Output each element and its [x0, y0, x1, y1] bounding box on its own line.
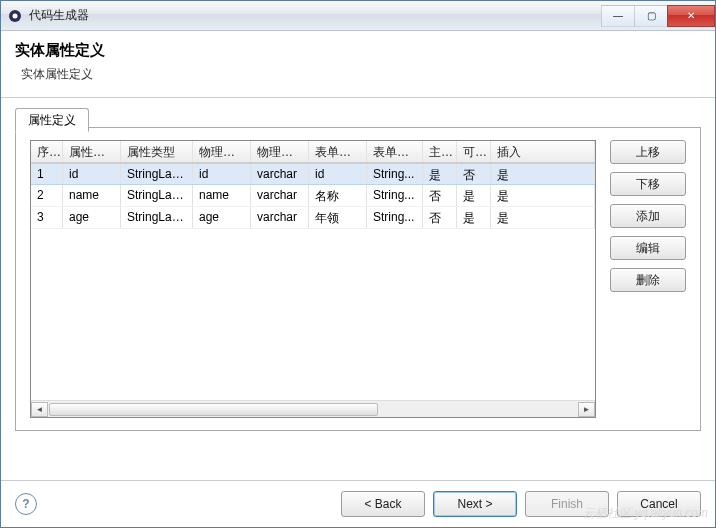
attributes-table[interactable]: 序号 属性名称 属性类型 物理列名 物理类型 表单标签 表单类型 主键 可空 插…: [30, 140, 596, 418]
table-cell: age: [193, 207, 251, 228]
table-row[interactable]: 3ageStringLabelagevarchar年领String...否是是: [31, 207, 595, 229]
table-cell: 是: [491, 164, 595, 184]
move-up-button[interactable]: 上移: [610, 140, 686, 164]
svg-point-1: [13, 13, 18, 18]
table-cell: id: [63, 164, 121, 184]
table-cell: age: [63, 207, 121, 228]
side-button-panel: 上移 下移 添加 编辑 删除: [610, 140, 686, 418]
close-button[interactable]: ✕: [667, 5, 715, 27]
window-title: 代码生成器: [29, 7, 89, 24]
col-attr-name[interactable]: 属性名称: [63, 141, 121, 162]
col-pk[interactable]: 主键: [423, 141, 457, 162]
col-phys-type[interactable]: 物理类型: [251, 141, 309, 162]
col-form-label[interactable]: 表单标签: [309, 141, 367, 162]
edit-button[interactable]: 编辑: [610, 236, 686, 260]
table-cell: 是: [491, 185, 595, 206]
next-button[interactable]: Next >: [433, 491, 517, 517]
table-cell: 1: [31, 164, 63, 184]
table-row[interactable]: 1idStringLabelidvarcharidString...是否是: [31, 163, 595, 185]
wizard-header: 实体属性定义 实体属性定义: [1, 31, 715, 98]
table-header: 序号 属性名称 属性类型 物理列名 物理类型 表单标签 表单类型 主键 可空 插…: [31, 141, 595, 163]
scroll-left-icon[interactable]: ◄: [31, 402, 48, 417]
finish-button: Finish: [525, 491, 609, 517]
maximize-button[interactable]: ▢: [634, 5, 668, 27]
table-cell: 否: [423, 207, 457, 228]
col-attr-type[interactable]: 属性类型: [121, 141, 193, 162]
table-cell: String...: [367, 164, 423, 184]
cancel-button[interactable]: Cancel: [617, 491, 701, 517]
col-phys-col[interactable]: 物理列名: [193, 141, 251, 162]
help-icon[interactable]: ?: [15, 493, 37, 515]
table-cell: 年领: [309, 207, 367, 228]
app-icon: [7, 8, 23, 24]
tab-strip: 属性定义: [15, 108, 701, 128]
col-seq[interactable]: 序号: [31, 141, 63, 162]
table-cell: name: [63, 185, 121, 206]
table-cell: String...: [367, 207, 423, 228]
page-title: 实体属性定义: [15, 41, 701, 60]
table-cell: 名称: [309, 185, 367, 206]
window-controls: — ▢ ✕: [602, 5, 715, 27]
table-cell: 是: [423, 164, 457, 184]
back-button[interactable]: < Back: [341, 491, 425, 517]
table-cell: StringLabel: [121, 207, 193, 228]
horizontal-scrollbar[interactable]: ◄ ►: [31, 400, 595, 417]
table-cell: 否: [457, 164, 491, 184]
content-area: 属性定义 序号 属性名称 属性类型 物理列名 物理类型 表单标签 表单类型 主键…: [1, 98, 715, 480]
table-cell: name: [193, 185, 251, 206]
table-cell: 否: [423, 185, 457, 206]
col-insert[interactable]: 插入: [491, 141, 595, 162]
wizard-footer: ? < Back Next > Finish Cancel: [1, 480, 715, 527]
table-cell: 是: [491, 207, 595, 228]
scroll-thumb[interactable]: [49, 403, 378, 416]
col-form-type[interactable]: 表单类型: [367, 141, 423, 162]
table-cell: varchar: [251, 207, 309, 228]
tab-panel: 序号 属性名称 属性类型 物理列名 物理类型 表单标签 表单类型 主键 可空 插…: [15, 127, 701, 431]
table-cell: StringLabel: [121, 164, 193, 184]
table-cell: 是: [457, 185, 491, 206]
table-cell: 3: [31, 207, 63, 228]
table-cell: varchar: [251, 164, 309, 184]
move-down-button[interactable]: 下移: [610, 172, 686, 196]
table-row[interactable]: 2nameStringLabelnamevarchar名称String...否是…: [31, 185, 595, 207]
titlebar[interactable]: 代码生成器 — ▢ ✕: [1, 1, 715, 31]
table-cell: StringLabel: [121, 185, 193, 206]
table-cell: id: [309, 164, 367, 184]
minimize-button[interactable]: —: [601, 5, 635, 27]
table-cell: String...: [367, 185, 423, 206]
scroll-right-icon[interactable]: ►: [578, 402, 595, 417]
table-cell: id: [193, 164, 251, 184]
table-cell: 2: [31, 185, 63, 206]
window: 代码生成器 — ▢ ✕ 实体属性定义 实体属性定义 属性定义 序号 属性名称 属…: [0, 0, 716, 528]
add-button[interactable]: 添加: [610, 204, 686, 228]
table-cell: 是: [457, 207, 491, 228]
tab-attributes[interactable]: 属性定义: [15, 108, 89, 132]
delete-button[interactable]: 删除: [610, 268, 686, 292]
table-body: 1idStringLabelidvarcharidString...是否是2na…: [31, 163, 595, 400]
page-description: 实体属性定义: [15, 66, 701, 83]
col-nullable[interactable]: 可空: [457, 141, 491, 162]
scroll-track[interactable]: [48, 402, 578, 417]
table-cell: varchar: [251, 185, 309, 206]
